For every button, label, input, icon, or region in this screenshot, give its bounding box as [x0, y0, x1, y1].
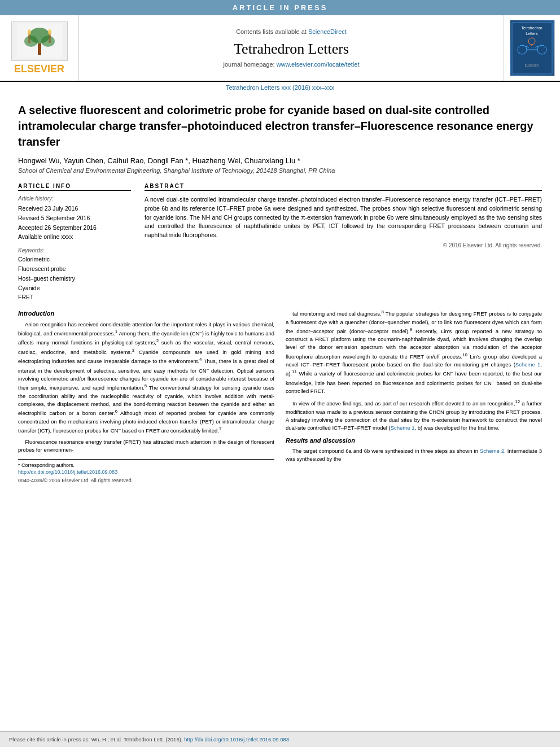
- footnote-doi-link[interactable]: http://dx.doi.org/10.1016/j.tetlet.2016.…: [18, 469, 117, 475]
- svg-text:Tetrahedron: Tetrahedron: [521, 26, 542, 30]
- body-col-left: Introduction Anion recognition has recei…: [18, 309, 274, 484]
- scheme2-link[interactable]: Scheme 2: [480, 448, 504, 454]
- abstract-text: A novel dual-site controlled intramolecu…: [145, 195, 542, 240]
- accepted-date: Accepted 26 September 2016: [18, 223, 131, 233]
- citation-text: Please cite this article in press as: Wu…: [9, 736, 183, 742]
- keywords-section: Keywords: Colorimetric Fluorescent probe…: [18, 247, 131, 302]
- journal-header: ELSEVIER Contents lists available at Sci…: [0, 15, 560, 82]
- journal-title: Tetrahedron Letters: [234, 41, 349, 58]
- intro-title: Introduction: [18, 309, 274, 318]
- journal-homepage: journal homepage: www.elsevier.com/locat…: [224, 61, 360, 68]
- right-para-1: tal monitoring and medical diagnosis.8 T…: [286, 309, 542, 395]
- svg-point-3: [41, 36, 55, 47]
- article-in-press-banner: ARTICLE IN PRESS: [0, 0, 560, 15]
- journal-cover: Tetrahedron Letters ELSEVIER: [504, 15, 560, 81]
- keyword-2: Fluorescent probe: [18, 264, 131, 274]
- body-columns: Introduction Anion recognition has recei…: [18, 309, 542, 484]
- svg-text:Letters: Letters: [526, 32, 538, 36]
- svg-point-6: [28, 29, 31, 35]
- online-date: Available online xxxx: [18, 232, 131, 242]
- abstract-header: ABSTRACT: [145, 183, 542, 191]
- doi-line: Tetrahedron Letters xxx (2016) xxx–xxx: [0, 82, 560, 93]
- the-word: the: [334, 456, 341, 462]
- scheme1b-link[interactable]: Scheme 1: [391, 425, 415, 431]
- article-title: A selective fluorescent and colorimetric…: [18, 102, 542, 150]
- svg-text:ELSEVIER: ELSEVIER: [525, 64, 539, 67]
- intro-para-2: Fluorescence resonance energy transfer (…: [18, 438, 274, 455]
- elsevier-wordmark: ELSEVIER: [14, 63, 64, 75]
- svg-point-8: [48, 29, 51, 35]
- journal-cover-image: Tetrahedron Letters ELSEVIER: [510, 20, 555, 76]
- footnote-copyright: 0040-4039/© 2016 Elsevier Ltd. All right…: [18, 477, 274, 485]
- science-direct-link[interactable]: ScienceDirect: [308, 28, 347, 35]
- article-history-label: Article history:: [18, 195, 131, 202]
- journal-header-center: Contents lists available at ScienceDirec…: [79, 15, 504, 81]
- keyword-4: Cyanide: [18, 283, 131, 293]
- homepage-link[interactable]: www.elsevier.com/locate/tetlet: [277, 61, 360, 68]
- body-col-right: tal monitoring and medical diagnosis.8 T…: [286, 309, 542, 484]
- citation-doi-link[interactable]: http://dx.doi.org/10.1016/j.tetlet.2016.…: [184, 736, 289, 742]
- keyword-3: Host–guest chemistry: [18, 274, 131, 283]
- article-info-col: ARTICLE INFO Article history: Received 2…: [18, 183, 131, 302]
- affiliation: School of Chemical and Environmental Eng…: [18, 167, 542, 174]
- revised-date: Revised 5 September 2016: [18, 213, 131, 223]
- elsevier-logo-image: [11, 21, 68, 61]
- received-date: Received 23 July 2016: [18, 204, 131, 213]
- elsevier-logo-section: ELSEVIER: [0, 15, 79, 81]
- keyword-1: Colorimetric: [18, 255, 131, 264]
- keywords-label: Keywords:: [18, 247, 131, 254]
- svg-point-2: [24, 36, 38, 47]
- results-title: Results and discussion: [286, 436, 542, 445]
- abstract-copyright: © 2016 Elsevier Ltd. All rights reserved…: [145, 242, 542, 248]
- footnote-corresponding: * Corresponding authors.: [18, 462, 274, 469]
- info-abstract-section: ARTICLE INFO Article history: Received 2…: [18, 183, 542, 302]
- svg-rect-4: [38, 43, 41, 55]
- right-para-2: In view of the above findings, and as pa…: [286, 399, 542, 432]
- scheme1-link[interactable]: Scheme 1: [515, 361, 540, 368]
- contents-available-text: Contents lists available at ScienceDirec…: [236, 28, 347, 35]
- footnote-section: * Corresponding authors. http://dx.doi.o…: [18, 459, 274, 485]
- article-info-header: ARTICLE INFO: [18, 183, 131, 191]
- main-content: A selective fluorescent and colorimetric…: [0, 93, 560, 731]
- elsevier-logo: ELSEVIER: [11, 21, 68, 75]
- intro-para-1: Anion recognition has received considera…: [18, 321, 274, 435]
- bottom-citation-bar: Please cite this article in press as: Wu…: [0, 731, 560, 747]
- authors-line: Hongwei Wu, Yayun Chen, Caihui Rao, Dong…: [18, 156, 542, 165]
- results-para-1: The target compound 6a and 6b were synth…: [286, 447, 542, 464]
- abstract-col: ABSTRACT A novel dual-site controlled in…: [145, 183, 542, 302]
- footnote-doi: http://dx.doi.org/10.1016/j.tetlet.2016.…: [18, 469, 274, 476]
- keyword-5: FRET: [18, 292, 131, 302]
